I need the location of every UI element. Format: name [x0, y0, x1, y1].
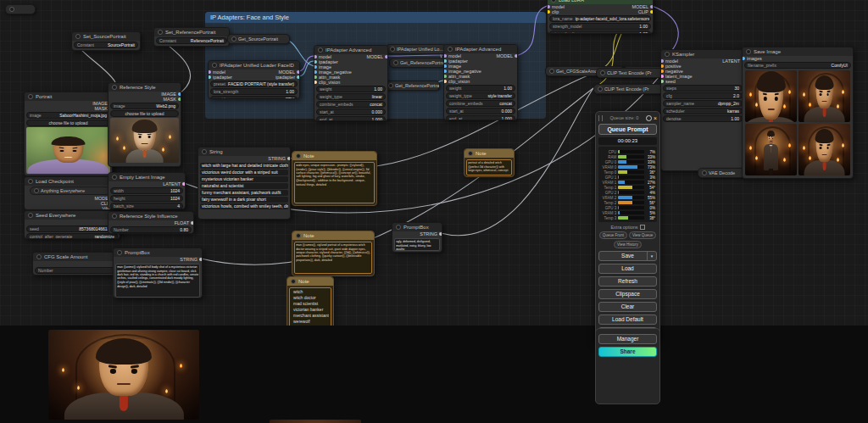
node-ipadapter-unified-loader-2[interactable]: IPAdapter Unified Lo...	[386, 44, 447, 54]
widget-row[interactable]: combine_embedsconcat	[316, 101, 386, 108]
prompt-textarea[interactable]: man ((anime)) stylized full body shot of…	[115, 264, 200, 298]
node-get-reference-portrait-2[interactable]: Get_ReferencePortrait	[384, 81, 440, 91]
node-graph-canvas[interactable]: IP Adapters: Face and Style Set_SourcePo…	[0, 0, 868, 423]
widget-row[interactable]: combine_embedsconcat	[446, 100, 515, 107]
node-title[interactable]: Portrait	[25, 92, 112, 101]
widget-row[interactable]: strength_clip1.00	[549, 31, 651, 34]
node-title[interactable]: Save Image	[743, 47, 853, 56]
port-row[interactable]: clip_vision	[314, 80, 387, 85]
widget-row[interactable]: start_at0.000	[316, 109, 386, 115]
node-title[interactable]: IPAdapter Advanced	[314, 46, 387, 54]
collapse-dot-icon[interactable]	[600, 70, 605, 75]
collapse-dot-icon[interactable]	[393, 60, 398, 65]
comfyui-menu[interactable]: Queue size: 0 × Queue Prompt 00:00:23 CP…	[595, 111, 660, 343]
collapse-dot-icon[interactable]	[468, 151, 473, 156]
node-get-source-portrait[interactable]: Get_SourcePortrait	[227, 34, 290, 44]
group-title[interactable]: IP Adapters: Face and Style	[205, 12, 546, 23]
port-row[interactable]: clipCLIP	[548, 9, 653, 14]
widget-row[interactable]: weight_typelinear	[316, 93, 386, 100]
node-reference-style[interactable]: Reference Style IMAGEMASK imageWeb2.png …	[108, 82, 181, 167]
node-portrait[interactable]: Portrait IMAGEMASK imageSaboorHashimi_mo…	[24, 92, 113, 176]
node-title[interactable]: Note	[287, 277, 333, 286]
node-set-reference-portrait[interactable]: Set_ReferencePortrait ConstantReferenceP…	[153, 27, 230, 47]
collapse-dot-icon[interactable]	[212, 63, 217, 68]
note-textarea[interactable]: portrait of a detailed witch ((perfect 3…	[466, 159, 512, 175]
collapse-dot-icon[interactable]	[390, 47, 395, 52]
node-load-lora[interactable]: Load LoRA modelMODELclipCLIP lora_nameip…	[547, 0, 654, 34]
node-title[interactable]: Reference Style	[108, 83, 181, 92]
collapse-dot-icon[interactable]	[28, 179, 33, 184]
save-button[interactable]: Save▾	[598, 251, 657, 261]
node-vae-decode[interactable]: VAE Decode	[698, 168, 745, 178]
upload-button[interactable]: choose file to upload	[26, 120, 110, 126]
save-dropdown-arrow-icon[interactable]: ▾	[647, 252, 656, 260]
port-row[interactable]: STRING	[114, 257, 202, 262]
close-icon[interactable]: ×	[654, 115, 657, 121]
note-textarea[interactable]: wide eyes, unique expression - prompts: …	[294, 162, 375, 203]
collapse-dot-icon[interactable]	[158, 30, 163, 35]
collapse-dot-icon[interactable]	[28, 213, 33, 218]
widget-row[interactable]: imageSaboorHashimi_moja.jpg	[26, 112, 110, 119]
widget-row[interactable]: imageWeb2.png	[110, 103, 179, 109]
node-empty-latent-image[interactable]: Empty Latent Image LATENT width1024heigh…	[108, 172, 186, 209]
node-title[interactable]: Note	[292, 231, 374, 240]
menu-button[interactable]: Load	[598, 264, 657, 274]
collapse-dot-icon[interactable]	[296, 233, 301, 238]
collapse-dot-icon[interactable]	[396, 225, 401, 230]
menu-button[interactable]: Clear	[598, 302, 657, 312]
port-row[interactable]: ipadapteripadapter	[209, 75, 299, 80]
collapse-dot-icon[interactable]	[231, 36, 236, 42]
menu-button[interactable]: Refresh	[598, 276, 657, 287]
comfyui-menu-extension[interactable]: Manager Share	[595, 328, 660, 404]
collapse-dot-icon[interactable]	[112, 214, 117, 219]
collapse-dot-icon[interactable]	[746, 49, 751, 54]
node-title[interactable]: Empty Latent Image	[108, 173, 185, 181]
widget-row[interactable]: weight_typestyle transfer	[446, 92, 515, 99]
widget-row[interactable]: end_at1.000	[316, 116, 386, 121]
widget-row[interactable]: end_at1.000	[446, 115, 515, 120]
node-title[interactable]: IPAdapter Unified Loader FaceID	[209, 61, 299, 70]
node-ipadapter-advanced-2[interactable]: IPAdapter Advanced modelMODELipadapterim…	[443, 44, 518, 120]
node-ipadapter-unified-loader-faceid[interactable]: IPAdapter Unified Loader FaceID modelMOD…	[208, 60, 300, 99]
collapse-dot-icon[interactable]	[291, 279, 296, 284]
node-title[interactable]: Set_SourcePortrait	[72, 32, 140, 41]
note-textarea[interactable]: witchwitch doctormad scientistvictorian …	[289, 287, 331, 328]
node-title[interactable]: Seed Everywhere	[25, 211, 120, 220]
widget-row[interactable]: weight1.00	[446, 85, 515, 92]
collapse-dot-icon[interactable]	[202, 149, 207, 154]
widget-row[interactable]: seed857368014661863	[26, 225, 118, 232]
port-row[interactable]: FLOAT	[108, 220, 193, 225]
collapse-dot-icon[interactable]	[36, 254, 42, 259]
widget-row[interactable]: schedulerkarras	[663, 108, 743, 114]
port-row[interactable]: seed	[661, 79, 744, 84]
port-row[interactable]: STRING	[392, 231, 442, 237]
node-clip-text-encode-negative[interactable]: CLIP Text Encode (Pr	[593, 84, 666, 94]
widget-row[interactable]: height1024	[110, 195, 183, 202]
node-title[interactable]: PromptBox	[392, 223, 442, 231]
collapse-dot-icon[interactable]	[9, 7, 14, 12]
upload-button[interactable]: choose file to upload	[110, 110, 179, 117]
node-note-3[interactable]: Note witchwitch doctormad scientistvicto…	[287, 276, 334, 331]
collapse-dot-icon[interactable]	[598, 86, 603, 92]
node-save-image[interactable]: Save Image images filename_prefixComfyUI	[742, 47, 854, 179]
widget-row[interactable]: ConstantSourcePortrait	[74, 42, 138, 48]
node-load-checkpoint[interactable]: Load Checkpoint Anything Everywhere MODE…	[24, 176, 116, 210]
node-title[interactable]: IPAdapter Advanced	[444, 45, 517, 53]
manager-button[interactable]: Manager	[598, 334, 657, 344]
widget-row[interactable]: filename_prefixComfyUI	[744, 62, 851, 69]
widget-row[interactable]: denoise1.00	[663, 115, 743, 122]
collapse-dot-icon[interactable]	[448, 47, 453, 52]
node-title[interactable]: KSampler	[661, 50, 744, 58]
widget-row[interactable]: lora_strength1.00	[210, 88, 298, 95]
widget-row[interactable]: cfg2.0	[663, 92, 743, 99]
extra-options-label[interactable]: Extra options	[598, 225, 657, 230]
node-title[interactable]: Reference Style Influence	[108, 212, 193, 220]
widget-row[interactable]: presetFACEID PORTRAIT (style transfer)	[210, 81, 298, 87]
node-set-source-portrait[interactable]: Set_SourcePortrait ConstantSourcePortrai…	[71, 31, 141, 51]
widget-row[interactable]: batch_size4	[110, 203, 183, 209]
collapse-dot-icon[interactable]	[388, 83, 393, 88]
node-clip-text-encode-positive[interactable]: CLIP Text Encode (Pr	[596, 68, 669, 78]
port-row[interactable]: clip_vision	[444, 79, 517, 84]
collapse-dot-icon[interactable]	[75, 34, 81, 39]
collapsed-node[interactable]	[5, 4, 36, 14]
